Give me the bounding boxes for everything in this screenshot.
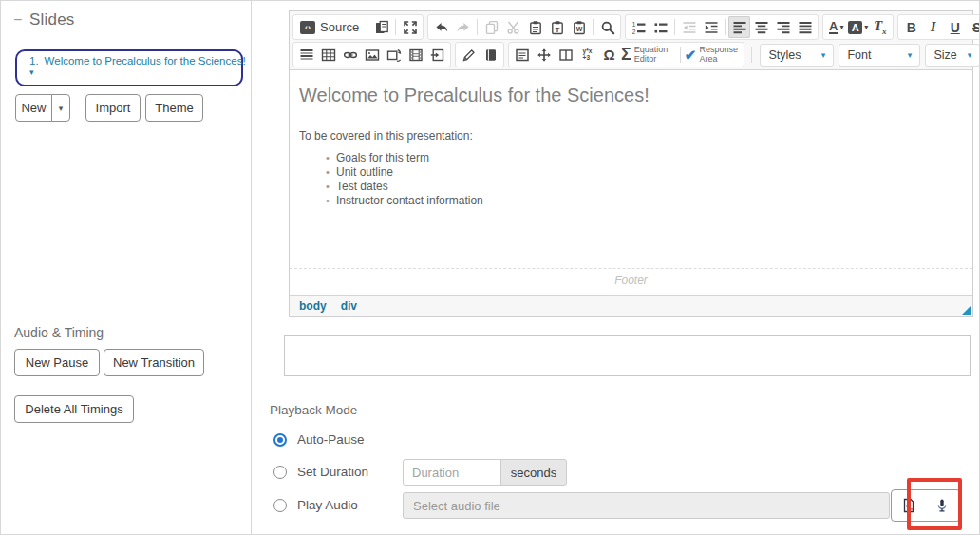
insert-media-button[interactable] <box>383 44 405 66</box>
slide-editor-page: − Slides 1.Welcome to Precalculus for th… <box>0 0 980 535</box>
increase-indent-button[interactable] <box>700 16 722 38</box>
insert-iframe-button[interactable] <box>426 44 448 66</box>
copy-icon <box>484 20 499 35</box>
increase-indent-icon <box>704 20 719 35</box>
numbered-list-button[interactable] <box>628 16 650 38</box>
insert-link-button[interactable] <box>339 44 361 66</box>
align-justify-icon <box>798 20 813 35</box>
variables-button[interactable]: y*x+3 <box>576 44 598 66</box>
font-dropdown[interactable]: Font ▾ <box>839 44 920 67</box>
maximize-button[interactable] <box>399 16 421 38</box>
background-color-button[interactable]: A▾ <box>847 16 869 38</box>
equation-editor-button[interactable]: Σ Equation Editor <box>620 44 677 66</box>
text-color-caret-icon: ▾ <box>839 23 843 31</box>
new-slide-dropdown-caret-icon[interactable]: ▾ <box>51 94 70 122</box>
search-icon <box>600 20 615 35</box>
redo-button[interactable] <box>452 16 474 38</box>
toolbar-row-2: y*x+3 Ω Σ Equation Editor ✔ Response Are… <box>292 41 970 68</box>
list-item: Goals for this term <box>336 151 972 165</box>
remove-format-button[interactable]: Tx <box>869 16 891 38</box>
positioning-button[interactable] <box>533 44 555 66</box>
theme-button[interactable]: Theme <box>145 94 203 122</box>
play-audio-radio[interactable] <box>273 499 287 512</box>
auto-pause-radio[interactable] <box>273 433 287 447</box>
record-audio-button[interactable] <box>925 489 960 522</box>
paste-as-text-icon <box>550 20 565 35</box>
video-icon <box>408 48 424 63</box>
italic-button[interactable]: I <box>922 16 944 38</box>
find-replace-button[interactable] <box>596 16 618 38</box>
columns-button[interactable] <box>555 44 576 66</box>
slide-heading: Welcome to Precalculus for the Sciences! <box>299 85 972 106</box>
footer-placeholder[interactable]: Footer <box>290 268 972 295</box>
align-right-button[interactable] <box>772 16 794 38</box>
sketch-button[interactable] <box>458 44 480 66</box>
path-item-body[interactable]: body <box>299 299 327 313</box>
notes-empty-field[interactable] <box>284 335 971 376</box>
styles-caret-icon: ▾ <box>821 50 826 60</box>
undo-button[interactable] <box>430 16 452 38</box>
new-slide-button[interactable]: New <box>15 94 52 122</box>
templates-button[interactable] <box>370 16 392 38</box>
path-item-div[interactable]: div <box>341 299 357 313</box>
text-color-button[interactable]: A▾ <box>825 16 847 38</box>
align-center-button[interactable] <box>750 16 772 38</box>
rich-text-editor: ‹› Source <box>289 10 973 317</box>
align-justify-button[interactable] <box>794 16 816 38</box>
list-item: Unit outline <box>336 165 972 180</box>
slide-list-item[interactable]: 1.Welcome to Precalculus for the Science… <box>15 49 243 86</box>
text-block-button[interactable] <box>511 44 533 66</box>
align-left-button[interactable] <box>728 16 750 38</box>
auto-pause-label[interactable]: Auto-Pause <box>297 432 365 447</box>
align-left-icon <box>732 20 747 35</box>
size-caret-icon: ▾ <box>968 50 972 60</box>
new-pause-button[interactable]: New Pause <box>14 349 100 376</box>
book-button[interactable] <box>480 44 501 66</box>
text-block-icon <box>515 48 530 63</box>
strikethrough-button[interactable]: S <box>966 16 980 38</box>
editor-content-area[interactable]: Welcome to Precalculus for the Sciences!… <box>290 70 972 295</box>
paste-as-text-button[interactable] <box>546 16 568 38</box>
insert-image-button[interactable] <box>361 44 383 66</box>
horizontal-line-icon <box>299 48 314 63</box>
size-dropdown[interactable]: Size ▾ <box>925 44 980 67</box>
duration-input[interactable] <box>403 459 501 486</box>
bulleted-list-button[interactable] <box>650 16 671 38</box>
copy-button[interactable] <box>481 16 502 38</box>
font-caret-icon: ▾ <box>908 50 913 60</box>
special-character-button[interactable]: Ω <box>598 44 620 66</box>
set-duration-label[interactable]: Set Duration <box>297 465 368 479</box>
audio-timing-title: Audio & Timing <box>14 325 104 340</box>
decrease-indent-button[interactable] <box>678 16 700 38</box>
slide-number: 1. <box>29 55 39 67</box>
slides-panel-title: Slides <box>29 10 75 29</box>
editor-resize-handle[interactable] <box>961 305 971 315</box>
paste-button[interactable] <box>524 16 546 38</box>
new-transition-button[interactable]: New Transition <box>104 349 204 376</box>
bold-button[interactable]: B <box>900 16 922 38</box>
import-button[interactable]: Import <box>85 94 141 122</box>
styles-dropdown[interactable]: Styles ▾ <box>760 44 834 67</box>
play-audio-label[interactable]: Play Audio <box>297 498 358 512</box>
paste-from-word-button[interactable] <box>568 16 590 38</box>
horizontal-line-button[interactable] <box>295 44 317 66</box>
set-duration-radio[interactable] <box>273 466 287 479</box>
underline-button[interactable]: U <box>944 16 966 38</box>
remove-format-icon: Tx <box>874 18 887 36</box>
paste-from-word-icon <box>572 20 587 35</box>
delete-all-timings-button[interactable]: Delete All Timings <box>14 395 134 423</box>
audio-file-input[interactable] <box>403 492 890 519</box>
select-audio-file-button[interactable] <box>891 489 926 522</box>
slides-collapse-toggle[interactable]: − <box>13 11 22 29</box>
source-button[interactable]: ‹› Source <box>295 16 364 38</box>
cut-button[interactable] <box>502 16 524 38</box>
insert-video-button[interactable] <box>405 44 426 66</box>
bulleted-list-icon <box>653 20 669 35</box>
response-area-button[interactable]: ✔ Response Area <box>684 44 743 66</box>
insert-table-button[interactable] <box>317 44 339 66</box>
templates-icon <box>374 20 389 35</box>
list-item: Instructor contact information <box>336 194 972 208</box>
numbered-list-icon <box>631 20 647 35</box>
slide-menu-caret-icon[interactable]: ▾ <box>29 67 234 77</box>
slide-item-title: 1.Welcome to Precalculus for the Science… <box>29 55 234 67</box>
